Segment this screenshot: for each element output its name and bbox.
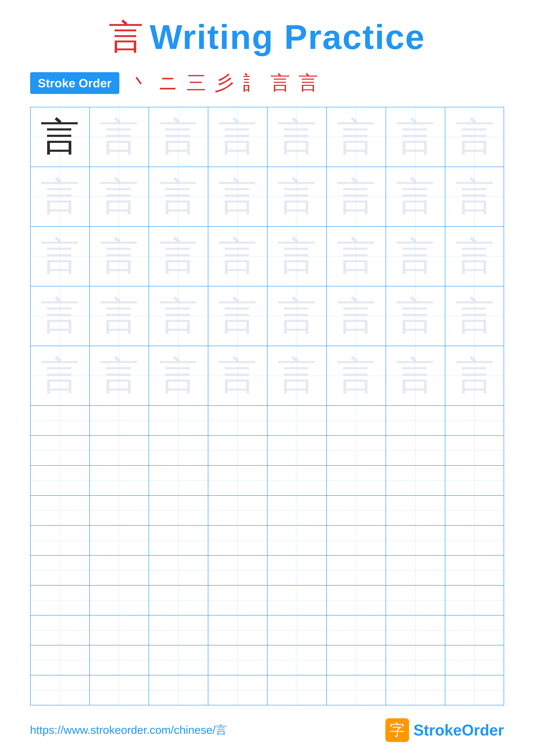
grid-cell[interactable]: 言 [386,167,445,226]
grid-cell[interactable]: 言 [31,286,90,346]
grid-cell[interactable]: 言 [90,167,149,226]
grid-cell-empty[interactable] [267,526,327,555]
grid-cell-empty[interactable] [267,615,327,645]
grid-cell-empty[interactable] [327,675,386,705]
grid-cell[interactable]: 言 [267,286,327,346]
grid-cell-empty[interactable] [445,466,504,495]
grid-cell[interactable]: 言 [90,107,149,167]
grid-cell-empty[interactable] [445,675,504,705]
grid-cell-empty[interactable] [208,615,267,645]
grid-cell[interactable]: 言 [31,167,90,226]
grid-cell-empty[interactable] [267,555,327,585]
grid-cell-empty[interactable] [90,585,149,615]
grid-cell-empty[interactable] [327,406,386,435]
grid-cell-empty[interactable] [31,436,90,465]
grid-cell-empty[interactable] [386,615,445,645]
grid-cell-empty[interactable] [149,526,208,555]
grid-cell-empty[interactable] [149,406,208,435]
grid-cell[interactable]: 言 [149,227,208,286]
grid-cell[interactable]: 言 [267,167,327,226]
grid-cell[interactable]: 言 [90,286,149,346]
grid-cell[interactable]: 言 [149,346,208,405]
grid-cell-empty[interactable] [386,585,445,615]
grid-cell-empty[interactable] [267,675,327,705]
grid-cell[interactable]: 言 [327,227,386,286]
grid-cell[interactable]: 言 [149,286,208,346]
grid-cell-empty[interactable] [386,406,445,435]
grid-cell-empty[interactable] [445,645,504,675]
grid-cell-empty[interactable] [445,526,504,555]
grid-cell-empty[interactable] [327,585,386,615]
grid-cell-empty[interactable] [445,615,504,645]
grid-cell-empty[interactable] [90,526,149,555]
grid-cell-empty[interactable] [31,675,90,705]
grid-cell[interactable]: 言 [31,346,90,405]
grid-cell-empty[interactable] [327,436,386,465]
grid-cell[interactable]: 言 [208,286,267,346]
grid-cell-empty[interactable] [90,645,149,675]
grid-cell-empty[interactable] [445,436,504,465]
grid-cell-empty[interactable] [267,585,327,615]
grid-cell-empty[interactable] [90,675,149,705]
grid-cell-empty[interactable] [327,645,386,675]
grid-cell-empty[interactable] [327,496,386,525]
grid-cell-empty[interactable] [31,555,90,585]
grid-cell-empty[interactable] [149,615,208,645]
grid-cell-empty[interactable] [386,675,445,705]
grid-cell-empty[interactable] [386,466,445,495]
grid-cell[interactable]: 言 [208,167,267,226]
grid-cell-empty[interactable] [149,585,208,615]
grid-cell-empty[interactable] [386,555,445,585]
grid-cell-empty[interactable] [90,406,149,435]
grid-cell-empty[interactable] [208,466,267,495]
grid-cell-empty[interactable] [208,555,267,585]
grid-cell-empty[interactable] [327,555,386,585]
grid-cell-empty[interactable] [149,675,208,705]
grid-cell-empty[interactable] [327,526,386,555]
grid-cell[interactable]: 言 [149,107,208,167]
grid-cell-empty[interactable] [267,466,327,495]
grid-cell-empty[interactable] [267,436,327,465]
grid-cell[interactable]: 言 [208,227,267,286]
grid-cell[interactable]: 言 [445,107,504,167]
grid-cell-empty[interactable] [31,585,90,615]
grid-cell-empty[interactable] [208,436,267,465]
grid-cell[interactable]: 言 [386,107,445,167]
grid-cell-empty[interactable] [208,675,267,705]
grid-cell-empty[interactable] [31,615,90,645]
grid-cell[interactable]: 言 [386,227,445,286]
grid-cell[interactable]: 言 [31,227,90,286]
grid-cell[interactable]: 言 [327,107,386,167]
grid-cell[interactable]: 言 [386,346,445,405]
grid-cell[interactable]: 言 [445,346,504,405]
grid-cell-empty[interactable] [149,466,208,495]
grid-cell-empty[interactable] [149,436,208,465]
grid-cell[interactable]: 言 [445,167,504,226]
grid-cell-empty[interactable] [208,585,267,615]
grid-cell[interactable]: 言 [267,346,327,405]
grid-cell[interactable]: 言 [208,346,267,405]
grid-cell-empty[interactable] [445,406,504,435]
grid-cell[interactable]: 言 [386,286,445,346]
grid-cell-empty[interactable] [31,645,90,675]
grid-cell-empty[interactable] [386,496,445,525]
grid-cell-empty[interactable] [90,615,149,645]
grid-cell[interactable]: 言 [149,167,208,226]
grid-cell-empty[interactable] [31,466,90,495]
grid-cell[interactable]: 言 [267,107,327,167]
grid-cell[interactable]: 言 [445,286,504,346]
grid-cell-empty[interactable] [208,645,267,675]
grid-cell-empty[interactable] [445,555,504,585]
grid-cell-empty[interactable] [386,526,445,555]
grid-cell[interactable]: 言 [267,227,327,286]
grid-cell-empty[interactable] [208,406,267,435]
grid-cell-empty[interactable] [327,615,386,645]
grid-cell-empty[interactable] [31,496,90,525]
grid-cell-empty[interactable] [90,496,149,525]
grid-cell-empty[interactable] [208,496,267,525]
grid-cell-empty[interactable] [90,436,149,465]
grid-cell-empty[interactable] [267,496,327,525]
grid-cell[interactable]: 言 [90,346,149,405]
grid-cell-empty[interactable] [149,555,208,585]
grid-cell[interactable]: 言 [327,346,386,405]
